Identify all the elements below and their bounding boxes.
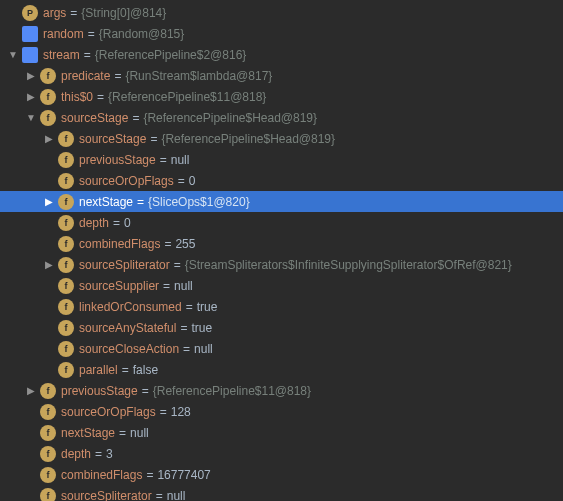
chevron-right-icon[interactable]: ▶ <box>44 196 54 207</box>
tree-row[interactable]: fcombinedFlags = 255 <box>0 233 563 254</box>
variable-value: null <box>171 153 190 167</box>
tree-row[interactable]: ▶fnextStage = {SliceOps$1@820} <box>0 191 563 212</box>
equals-sign: = <box>95 447 102 461</box>
variable-value: {ReferencePipeline$2@816} <box>95 48 247 62</box>
field-icon: f <box>58 341 74 357</box>
field-icon: f <box>40 425 56 441</box>
static-icon <box>22 47 38 63</box>
chevron-right-icon[interactable]: ▶ <box>26 385 36 396</box>
variable-name: stream <box>43 48 80 62</box>
tree-row[interactable]: fsourceSpliterator = null <box>0 485 563 501</box>
variable-name: sourceSpliterator <box>79 258 170 272</box>
field-icon: f <box>40 488 56 502</box>
variable-value: null <box>194 342 213 356</box>
variable-value: {RunStream$lambda@817} <box>125 69 272 83</box>
field-icon: f <box>58 278 74 294</box>
variable-name: combinedFlags <box>79 237 160 251</box>
field-icon: f <box>40 89 56 105</box>
field-icon: f <box>58 299 74 315</box>
equals-sign: = <box>114 69 121 83</box>
field-icon: f <box>58 215 74 231</box>
equals-sign: = <box>183 342 190 356</box>
tree-row[interactable]: ▶fsourceStage = {ReferencePipeline$Head@… <box>0 128 563 149</box>
variable-value: 3 <box>106 447 113 461</box>
variable-value: null <box>130 426 149 440</box>
variable-value: null <box>167 489 186 502</box>
field-icon: f <box>58 173 74 189</box>
chevron-right-icon[interactable]: ▶ <box>44 259 54 270</box>
variable-name: sourceSpliterator <box>61 489 152 502</box>
chevron-down-icon[interactable]: ▼ <box>8 49 18 60</box>
equals-sign: = <box>180 321 187 335</box>
variable-value: {ReferencePipeline$Head@819} <box>161 132 335 146</box>
field-icon: f <box>40 383 56 399</box>
tree-row[interactable]: fdepth = 3 <box>0 443 563 464</box>
equals-sign: = <box>160 405 167 419</box>
variable-value: true <box>197 300 218 314</box>
variable-name: args <box>43 6 66 20</box>
variable-name: depth <box>61 447 91 461</box>
variable-name: sourceOrOpFlags <box>61 405 156 419</box>
tree-row[interactable]: fsourceSupplier = null <box>0 275 563 296</box>
equals-sign: = <box>137 195 144 209</box>
tree-row[interactable]: random = {Random@815} <box>0 23 563 44</box>
variable-value: 0 <box>124 216 131 230</box>
variable-name: sourceAnyStateful <box>79 321 176 335</box>
equals-sign: = <box>146 468 153 482</box>
chevron-down-icon[interactable]: ▼ <box>26 112 36 123</box>
equals-sign: = <box>142 384 149 398</box>
variable-value: false <box>133 363 158 377</box>
chevron-right-icon[interactable]: ▶ <box>26 91 36 102</box>
variable-value: {Random@815} <box>99 27 185 41</box>
equals-sign: = <box>156 489 163 502</box>
equals-sign: = <box>88 27 95 41</box>
tree-row[interactable]: fsourceOrOpFlags = 128 <box>0 401 563 422</box>
variable-name: sourceStage <box>61 111 128 125</box>
tree-row[interactable]: ▶fpreviousStage = {ReferencePipeline$11@… <box>0 380 563 401</box>
variable-value: 16777407 <box>157 468 210 482</box>
tree-row[interactable]: ▼stream = {ReferencePipeline$2@816} <box>0 44 563 65</box>
variable-value: {ReferencePipeline$11@818} <box>153 384 311 398</box>
variable-name: sourceSupplier <box>79 279 159 293</box>
field-icon: f <box>40 68 56 84</box>
tree-row[interactable]: ▼fsourceStage = {ReferencePipeline$Head@… <box>0 107 563 128</box>
equals-sign: = <box>163 279 170 293</box>
tree-row[interactable]: ▶fpredicate = {RunStream$lambda@817} <box>0 65 563 86</box>
tree-row[interactable]: fdepth = 0 <box>0 212 563 233</box>
tree-row[interactable]: fpreviousStage = null <box>0 149 563 170</box>
field-icon: f <box>58 362 74 378</box>
equals-sign: = <box>164 237 171 251</box>
chevron-right-icon[interactable]: ▶ <box>44 133 54 144</box>
chevron-right-icon[interactable]: ▶ <box>26 70 36 81</box>
equals-sign: = <box>84 48 91 62</box>
variable-value: {ReferencePipeline$Head@819} <box>143 111 317 125</box>
tree-row[interactable]: flinkedOrConsumed = true <box>0 296 563 317</box>
tree-row[interactable]: fsourceOrOpFlags = 0 <box>0 170 563 191</box>
equals-sign: = <box>160 153 167 167</box>
equals-sign: = <box>119 426 126 440</box>
variable-value: 0 <box>189 174 196 188</box>
tree-row[interactable]: ▶fthis$0 = {ReferencePipeline$11@818} <box>0 86 563 107</box>
tree-row[interactable]: fsourceAnyStateful = true <box>0 317 563 338</box>
tree-row[interactable]: fsourceCloseAction = null <box>0 338 563 359</box>
equals-sign: = <box>178 174 185 188</box>
variable-value: 255 <box>175 237 195 251</box>
field-icon: f <box>58 320 74 336</box>
field-icon: f <box>58 194 74 210</box>
variables-tree[interactable]: Pargs = {String[0]@814}random = {Random@… <box>0 2 563 501</box>
static-icon <box>22 26 38 42</box>
equals-sign: = <box>70 6 77 20</box>
tree-row[interactable]: ▶fsourceSpliterator = {StreamSpliterator… <box>0 254 563 275</box>
variable-name: sourceCloseAction <box>79 342 179 356</box>
tree-row[interactable]: fparallel = false <box>0 359 563 380</box>
parameter-icon: P <box>22 5 38 21</box>
equals-sign: = <box>113 216 120 230</box>
equals-sign: = <box>174 258 181 272</box>
tree-row[interactable]: fcombinedFlags = 16777407 <box>0 464 563 485</box>
variable-value: 128 <box>171 405 191 419</box>
tree-row[interactable]: fnextStage = null <box>0 422 563 443</box>
variable-name: sourceStage <box>79 132 146 146</box>
equals-sign: = <box>132 111 139 125</box>
variable-name: random <box>43 27 84 41</box>
tree-row[interactable]: Pargs = {String[0]@814} <box>0 2 563 23</box>
